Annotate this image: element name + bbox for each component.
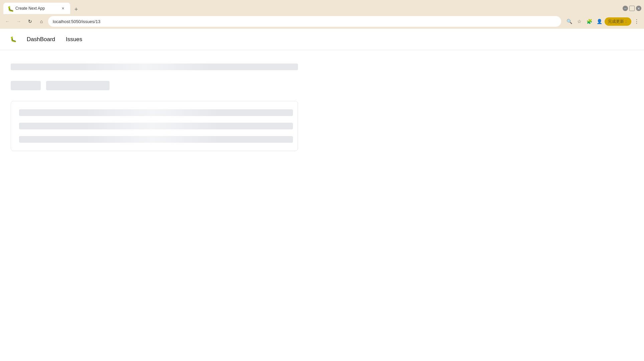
nav-issues-link[interactable]: Issues [60,36,88,43]
nav-dashboard-link[interactable]: DashBoard [21,36,60,43]
extensions-icon[interactable]: 🧩 [585,17,594,26]
skeleton-line-1 [19,109,293,116]
close-button[interactable]: ✕ [636,6,641,11]
new-tab-button[interactable]: + [71,5,81,14]
reload-button[interactable]: ↻ [25,17,35,26]
tab-list: 🐛 Create Next App ✕ + [0,3,81,14]
forward-button[interactable]: → [14,17,23,26]
search-icon[interactable]: 🔍 [565,17,574,26]
skeleton-card [11,101,298,151]
update-button[interactable]: 完成更新： [605,17,631,26]
tab-favicon: 🐛 [7,6,13,11]
skeleton-button-1 [11,81,41,90]
toolbar-actions: 🔍 ☆ 🧩 👤 完成更新： ⋮ [565,17,641,26]
profile-icon[interactable]: 👤 [595,17,604,26]
skeleton-buttons-row [11,81,633,90]
skeleton-button-2 [46,81,110,90]
active-tab[interactable]: 🐛 Create Next App ✕ [3,3,70,14]
browser-menu-button[interactable]: ⋮ [632,17,641,26]
page-content: 🐛 DashBoard Issues [0,29,644,164]
address-url: localhost:5050/issues/13 [53,19,556,24]
skeleton-line-2 [19,123,293,129]
nav-logo: 🐛 [8,34,19,45]
browser-toolbar: ← → ↻ ⌂ localhost:5050/issues/13 🔍 ☆ 🧩 👤… [0,14,644,29]
bookmark-icon[interactable]: ☆ [575,17,584,26]
browser-chrome: 🐛 Create Next App ✕ + ─ ✕ ← → ↻ ⌂ localh… [0,0,644,29]
back-button[interactable]: ← [3,17,12,26]
home-button[interactable]: ⌂ [37,17,46,26]
tab-title: Create Next App [15,6,57,11]
main-area [0,50,644,164]
tab-bar: 🐛 Create Next App ✕ + ─ ✕ [0,0,644,14]
tab-close-button[interactable]: ✕ [60,6,65,11]
restore-button[interactable] [629,6,635,11]
skeleton-title [11,64,298,70]
skeleton-line-3 [19,136,293,143]
site-nav: 🐛 DashBoard Issues [0,29,644,50]
minimize-button[interactable]: ─ [623,6,628,11]
address-bar[interactable]: localhost:5050/issues/13 [48,16,561,27]
